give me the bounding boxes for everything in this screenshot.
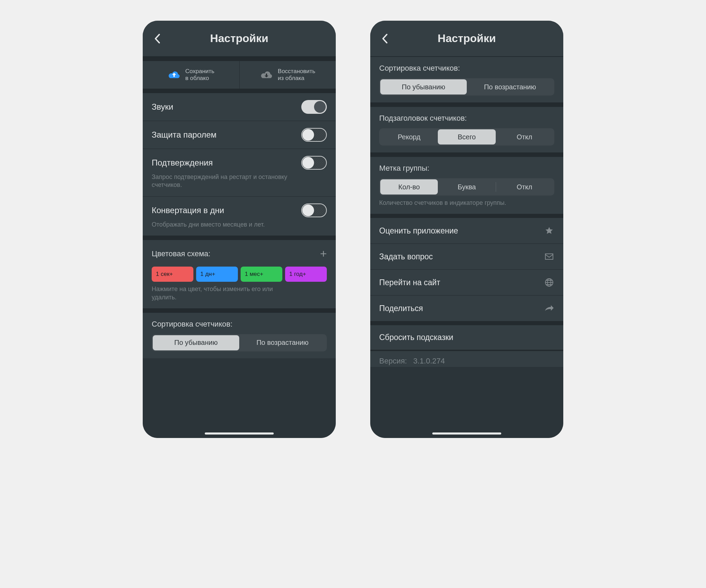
version-row: Версия: 3.1.0.274 [370,351,563,367]
password-row: Защита паролем [143,121,336,149]
cloud-save-button[interactable]: Сохранить в облако [143,61,239,89]
phone-left: Настройки Сохранить в облако Восстановит… [143,21,336,438]
colors-title: Цветовая схема: [152,249,210,258]
subtitle-title: Подзаголовок счетчиков: [379,114,467,122]
confirm-row: Подтверждения Запрос подтверждений на ре… [143,149,336,196]
mail-icon [544,251,554,262]
grouplabel-opt-letter[interactable]: Буква [438,179,495,195]
color-chip-2[interactable]: 1 мес+ [241,267,282,282]
ask-row[interactable]: Задать вопрос [370,243,563,269]
color-chip-3[interactable]: 1 год+ [285,267,327,282]
subtitle-opt-total[interactable]: Всего [438,129,495,144]
header: Настройки [370,21,563,57]
sort-row-left: Сортировка счетчиков: По убыванию По воз… [143,312,336,358]
grouplabel-opt-count[interactable]: Кол-во [380,179,438,195]
rate-row[interactable]: Оценить приложение [370,218,563,243]
cloud-upload-icon [168,70,181,80]
sort-opt-desc-right[interactable]: По убыванию [380,79,467,94]
subtitle-segment: Рекорд Всего Откл [379,128,554,146]
sort-title-right: Сортировка счетчиков: [379,64,460,72]
sort-segment-right: По убыванию По возрастанию [379,78,554,96]
convert-sub: Отображать дни вместо месяцев и лет. [152,221,290,229]
sort-opt-asc-right[interactable]: По возрастанию [467,79,553,94]
content: Сохранить в облако Восстановить из облак… [143,57,336,438]
subtitle-row: Подзаголовок счетчиков: Рекорд Всего Отк… [370,107,563,152]
grouplabel-row: Метка группы: Кол-во Буква Откл Количест… [370,157,563,214]
convert-toggle[interactable] [301,203,327,217]
site-label: Перейти на сайт [379,278,440,287]
reset-label: Сбросить подсказки [379,333,453,342]
convert-row: Конвертация в дни Отображать дни вместо … [143,196,336,236]
convert-label: Конвертация в дни [152,206,224,215]
cloud-restore-button[interactable]: Восстановить из облака [239,61,336,89]
cloud-row: Сохранить в облако Восстановить из облак… [143,61,336,89]
sort-opt-asc-left[interactable]: По возрастанию [239,335,326,350]
sounds-row: Звуки [143,93,336,121]
grouplabel-title: Метка группы: [379,164,429,172]
version-label: Версия: [379,357,407,365]
sort-opt-desc-left[interactable]: По убыванию [153,335,239,350]
colors-hint: Нажмите на цвет, чтобы изменить его или … [152,285,290,301]
grouplabel-segment: Кол-во Буква Откл [379,178,554,196]
home-indicator [432,432,501,435]
confirm-label: Подтверждения [152,158,213,168]
sort-row-right: Сортировка счетчиков: По убыванию По воз… [370,57,563,102]
cloud-save-l1: Сохранить [185,68,214,75]
password-toggle[interactable] [301,128,327,142]
page-title: Настройки [150,32,328,45]
header: Настройки [143,21,336,57]
cloud-restore-l1: Восстановить [278,68,315,75]
star-icon [544,226,554,236]
subtitle-opt-off[interactable]: Откл [496,129,553,144]
color-chip-1[interactable]: 1 дн+ [196,267,238,282]
phone-right: Настройки Сортировка счетчиков: По убыва… [370,21,563,438]
sort-segment-left: По убыванию По возрастанию [152,334,327,351]
site-row[interactable]: Перейти на сайт [370,269,563,295]
password-label: Защита паролем [152,130,216,140]
confirm-sub: Запрос подтверждений на рестарт и остано… [152,173,290,189]
cloud-restore-l2: из облака [278,75,315,82]
sort-title-left: Сортировка счетчиков: [152,320,232,328]
sounds-label: Звуки [152,102,173,112]
plus-icon[interactable]: + [320,247,327,260]
reset-row[interactable]: Сбросить подсказки [370,325,563,350]
content: Сортировка счетчиков: По убыванию По воз… [370,57,563,438]
sounds-toggle[interactable] [301,100,327,114]
grouplabel-hint: Количество счетчиков в индикаторе группы… [379,199,517,207]
home-indicator [205,432,274,435]
rate-label: Оценить приложение [379,226,458,236]
colors-row: Цветовая схема: + 1 сек+ 1 дн+ 1 мес+ 1 … [143,240,336,308]
www-icon [544,277,554,288]
version-value: 3.1.0.274 [413,357,445,365]
cloud-download-icon [260,70,273,80]
confirm-toggle[interactable] [301,156,327,170]
color-chip-0[interactable]: 1 сек+ [152,267,193,282]
share-row[interactable]: Поделиться [370,295,563,321]
page-title: Настройки [378,32,556,45]
grouplabel-opt-off[interactable]: Откл [496,179,553,195]
share-label: Поделиться [379,304,423,313]
cloud-save-l2: в облако [185,75,214,82]
subtitle-opt-record[interactable]: Рекорд [380,129,438,144]
share-icon [544,303,554,313]
ask-label: Задать вопрос [379,252,433,261]
color-chips: 1 сек+ 1 дн+ 1 мес+ 1 год+ [152,267,327,282]
